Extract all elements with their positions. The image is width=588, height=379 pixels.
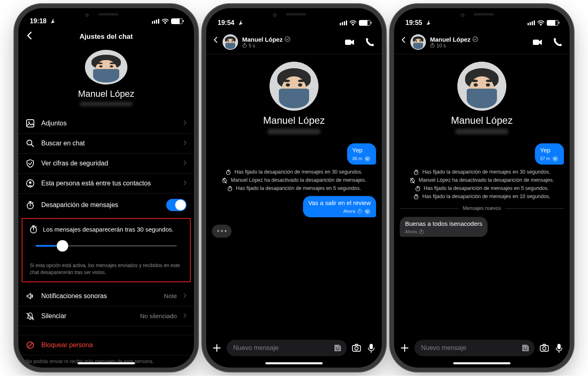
- message-input[interactable]: Nuevo mensaje: [227, 340, 347, 356]
- double-check-icon: [364, 156, 371, 162]
- timer-icon: [413, 194, 419, 200]
- message-out[interactable]: Yep 36 m: [347, 143, 376, 165]
- home-indicator[interactable]: [453, 362, 510, 364]
- row-label: Notificaciones sonoras: [41, 292, 157, 300]
- system-line: Manuel López ha desactivado la desaparic…: [212, 177, 376, 183]
- voice-call-button[interactable]: [365, 38, 375, 47]
- system-text: Has fijado la desaparición de mensajes e…: [236, 185, 361, 191]
- avatar[interactable]: [410, 34, 426, 50]
- sticker-icon[interactable]: [521, 343, 530, 353]
- back-button[interactable]: [213, 36, 218, 48]
- status-time: 19:54: [218, 19, 234, 26]
- chat-center-sub-blur: [455, 129, 508, 134]
- camera-button[interactable]: [352, 343, 361, 353]
- mic-button[interactable]: [554, 343, 564, 353]
- chat-name: Manuel López: [242, 36, 283, 43]
- location-icon: [425, 20, 430, 25]
- status-time: 19:18: [30, 18, 47, 25]
- timer-icon: [430, 43, 435, 48]
- chat-center-name: Manuel López: [451, 115, 513, 126]
- profile-sub-blur: [80, 102, 133, 106]
- battery-icon: [547, 20, 558, 26]
- home-indicator[interactable]: [78, 362, 135, 364]
- speaker-icon: [26, 292, 35, 301]
- duration-slider[interactable]: [36, 240, 177, 252]
- timer-icon: [419, 229, 424, 234]
- message-in[interactable]: Buenas a todos isenacoders Ahora: [400, 217, 488, 237]
- chat-title-tap[interactable]: Manuel López 5 s: [242, 36, 340, 49]
- back-button[interactable]: [401, 36, 406, 48]
- row-label: Ver cifras de seguridad: [41, 160, 177, 167]
- message-text: Yep: [540, 147, 559, 154]
- chat-sub: 10 s: [437, 43, 446, 49]
- attach-button[interactable]: [212, 343, 222, 353]
- home-indicator[interactable]: [265, 362, 323, 364]
- timer-icon: [357, 209, 362, 214]
- input-placeholder: Nuevo mensaje: [233, 344, 278, 352]
- settings-list: Adjuntos Buscar en chat Ver cifras de se…: [18, 114, 194, 216]
- video-call-button[interactable]: [532, 38, 543, 47]
- status-time: 19:55: [405, 19, 422, 26]
- message-time: 37 m: [540, 156, 550, 162]
- row-search[interactable]: Buscar en chat: [18, 134, 194, 154]
- nav-title: Ajustes del chat: [18, 33, 194, 41]
- message-time: 36 m: [352, 156, 362, 162]
- message-text: Vas a salir en el review: [308, 199, 371, 207]
- chat-body[interactable]: Manuel López Yep 36 m Has fijado la desa…: [206, 54, 382, 336]
- timer-icon: [29, 225, 38, 234]
- message-time: Ahora: [405, 229, 417, 235]
- chevron-icon: [183, 181, 187, 186]
- system-text: Manuel López ha desactivado la desaparic…: [419, 177, 554, 183]
- message-input[interactable]: Nuevo mensaje: [414, 340, 535, 356]
- row-in-contacts[interactable]: Esta persona está entre tus contactos: [18, 174, 194, 194]
- attach-button[interactable]: [400, 343, 410, 353]
- timer-icon: [413, 169, 419, 175]
- chat-body[interactable]: Manuel López Yep 37 m Has fijado la desa…: [394, 54, 570, 336]
- mic-button[interactable]: [366, 343, 376, 353]
- cellular-icon: [528, 20, 535, 25]
- notch: [253, 8, 335, 20]
- chat-header: Manuel López 10 s: [394, 32, 570, 54]
- sticker-icon[interactable]: [333, 343, 343, 353]
- row-label: Desaparición de mensajes: [41, 201, 160, 209]
- highlight-box: Los mensajes desaparecerán tras 30 segun…: [22, 218, 191, 282]
- timer-off-icon: [410, 177, 415, 183]
- message-text: Yep: [352, 147, 371, 154]
- video-call-button[interactable]: [344, 38, 355, 47]
- avatar[interactable]: [223, 34, 238, 50]
- chevron-icon: [183, 161, 187, 166]
- avatar[interactable]: [85, 50, 127, 85]
- timer-icon: [242, 43, 247, 48]
- timer-icon: [415, 185, 421, 192]
- system-text: Has fijado la desaparición de mensajes e…: [422, 169, 550, 175]
- row-label: Esta persona está entre tus contactos: [41, 180, 177, 187]
- row-safety[interactable]: Ver cifras de seguridad: [18, 154, 194, 174]
- chat-title-tap[interactable]: Manuel López 10 s: [430, 36, 528, 49]
- message-out[interactable]: Vas a salir en el review Ahora: [303, 196, 376, 217]
- cellular-icon: [152, 19, 159, 24]
- row-block[interactable]: Bloquear persona: [18, 335, 194, 355]
- chevron-icon: [183, 313, 187, 319]
- row-mute[interactable]: Silenciar No silenciado: [18, 306, 194, 326]
- phone-settings: 19:18 Ajustes del chat Manuel López Adju…: [18, 8, 194, 368]
- voice-call-button[interactable]: [552, 38, 563, 47]
- location-icon: [50, 18, 55, 23]
- disappear-toggle[interactable]: [166, 199, 187, 211]
- verified-icon: [472, 36, 478, 42]
- double-check-icon: [364, 208, 371, 215]
- system-line: Has fijado la desaparición de mensajes e…: [212, 185, 376, 192]
- image-icon: [26, 119, 35, 128]
- row-attachments[interactable]: Adjuntos: [18, 114, 194, 134]
- system-line: Has fijado la desaparición de mensajes e…: [400, 169, 564, 175]
- wifi-icon: [350, 20, 356, 25]
- input-placeholder: Nuevo mensaje: [421, 344, 466, 352]
- row-label: Silenciar: [41, 312, 134, 320]
- notch: [65, 8, 147, 20]
- camera-button[interactable]: [539, 343, 549, 353]
- search-icon: [26, 139, 35, 148]
- phone-chat-10s: 19:55 Manuel López 10 s Manuel López: [394, 8, 570, 368]
- row-disappear-toggle: Desaparición de mensajes: [18, 194, 194, 216]
- message-out[interactable]: Yep 37 m: [535, 143, 564, 165]
- avatar: [270, 62, 318, 111]
- row-sound[interactable]: Notificaciones sonoras Note: [18, 286, 194, 306]
